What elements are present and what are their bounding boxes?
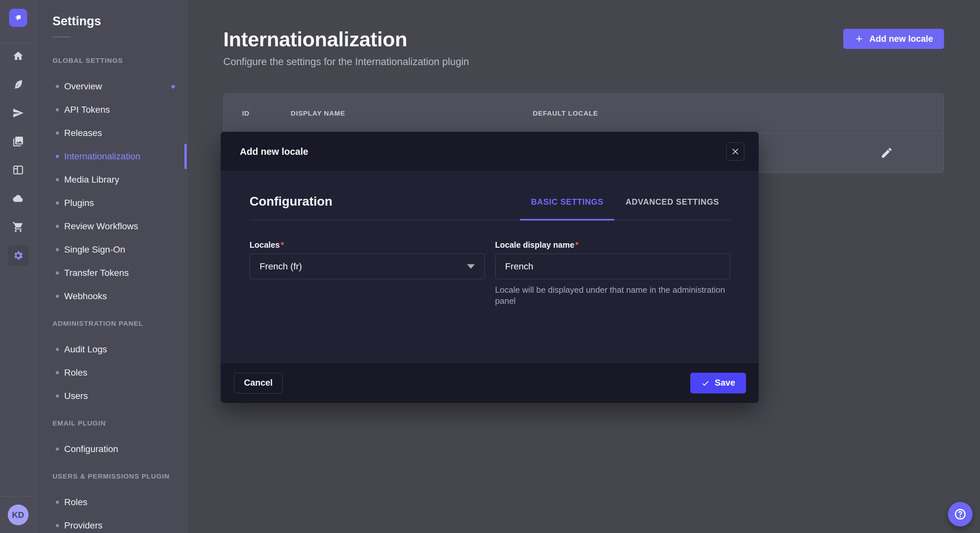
display-name-hint: Locale will be displayed under that name…	[495, 284, 725, 306]
display-name-field: Locale display name* Locale will be disp…	[495, 240, 730, 306]
section-global-settings: GLOBAL SETTINGS	[52, 57, 187, 65]
locales-label: Locales*	[250, 240, 284, 249]
bullet-icon	[56, 178, 59, 181]
bullet-icon	[56, 447, 59, 451]
close-modal-button[interactable]	[726, 143, 745, 160]
section-email-plugin: EMAIL PLUGIN	[52, 419, 187, 427]
cloud-icon[interactable]	[8, 188, 29, 209]
images-icon[interactable]	[8, 131, 29, 152]
chevron-down-icon	[467, 264, 475, 269]
avatar[interactable]: KD	[8, 504, 29, 525]
bullet-icon	[56, 524, 59, 527]
help-icon	[953, 507, 967, 521]
sidebar-item-admin-roles[interactable]: Roles	[36, 361, 187, 384]
close-icon	[731, 148, 740, 156]
locales-field: Locales* French (fr)	[250, 240, 485, 306]
display-name-input[interactable]	[495, 254, 730, 279]
page-title-block: Internationalization Configure the setti…	[223, 27, 469, 68]
section-administration-panel: ADMINISTRATION PANEL	[52, 320, 187, 327]
pencil-icon	[880, 146, 893, 159]
bullet-icon	[56, 371, 59, 374]
bullet-icon	[56, 271, 59, 274]
required-asterisk: *	[281, 240, 284, 249]
sidebar-item-up-roles[interactable]: Roles	[36, 490, 187, 514]
notification-dot-icon	[172, 85, 175, 89]
add-new-locale-modal: Add new locale Configuration BASIC SETTI…	[221, 132, 759, 403]
page-title: Internationalization	[223, 27, 469, 51]
settings-tabs: BASIC SETTINGS ADVANCED SETTINGS	[520, 197, 730, 219]
edit-locale-button[interactable]	[878, 144, 895, 161]
bullet-icon	[56, 394, 59, 398]
shopping-cart-icon[interactable]	[8, 217, 29, 237]
bullet-icon	[56, 155, 59, 158]
paper-plane-icon[interactable]	[8, 103, 29, 124]
check-icon	[701, 379, 710, 388]
sidebar-item-plugins[interactable]: Plugins	[36, 191, 187, 215]
help-button[interactable]	[948, 502, 972, 527]
required-asterisk: *	[575, 240, 579, 249]
sidebar-item-media-library[interactable]: Media Library	[36, 168, 187, 191]
sidebar-item-releases[interactable]: Releases	[36, 121, 187, 145]
sidebar-item-admin-users[interactable]: Users	[36, 384, 187, 408]
rail-nav	[0, 44, 36, 266]
sidebar-item-email-configuration[interactable]: Configuration	[36, 438, 187, 461]
cancel-button[interactable]: Cancel	[234, 373, 283, 393]
settings-sidebar: Settings GLOBAL SETTINGS Overview API To…	[36, 0, 187, 533]
bullet-icon	[56, 225, 59, 228]
section-administration-panel-list: Audit Logs Roles Users	[36, 338, 187, 408]
bullet-icon	[56, 348, 59, 351]
section-email-plugin-list: Configuration	[36, 438, 187, 461]
section-users-permissions-list: Roles Providers	[36, 490, 187, 533]
home-icon[interactable]	[8, 46, 29, 67]
title-divider	[52, 36, 71, 37]
rail-bottom: KD	[0, 497, 36, 533]
tab-basic-settings[interactable]: BASIC SETTINGS	[520, 197, 614, 219]
bullet-icon	[56, 248, 59, 251]
display-name-label: Locale display name*	[495, 240, 579, 249]
bullet-icon	[56, 201, 59, 205]
section-global-settings-list: Overview API Tokens Releases Internation…	[36, 75, 187, 308]
save-button[interactable]: Save	[690, 373, 746, 393]
page-subtitle: Configure the settings for the Internati…	[223, 56, 469, 68]
configuration-title: Configuration	[250, 194, 332, 209]
icon-rail: KD	[0, 0, 36, 533]
locales-select[interactable]: French (fr)	[250, 254, 485, 279]
sidebar-title: Settings	[36, 14, 187, 28]
column-header-display-name: DISPLAY NAME	[291, 109, 533, 117]
table-header-row: ID DISPLAY NAME DEFAULT LOCALE	[224, 94, 944, 133]
bullet-icon	[56, 132, 59, 135]
sidebar-item-review-workflows[interactable]: Review Workflows	[36, 215, 187, 238]
logo-block	[0, 0, 36, 44]
sidebar-item-overview[interactable]: Overview	[36, 75, 187, 98]
bullet-icon	[56, 501, 59, 504]
bullet-icon	[56, 85, 59, 88]
feather-icon[interactable]	[8, 74, 29, 95]
plus-icon	[854, 34, 864, 44]
modal-footer: Cancel Save	[221, 363, 759, 403]
layout-icon[interactable]	[8, 160, 29, 180]
sidebar-item-api-tokens[interactable]: API Tokens	[36, 98, 187, 121]
column-header-id: ID	[242, 109, 291, 117]
sidebar-item-webhooks[interactable]: Webhooks	[36, 285, 187, 308]
sidebar-item-transfer-tokens[interactable]: Transfer Tokens	[36, 261, 187, 285]
add-new-locale-button[interactable]: Add new locale	[843, 29, 944, 49]
modal-body: Configuration BASIC SETTINGS ADVANCED SE…	[221, 171, 759, 363]
locale-form-row: Locales* French (fr) Locale display name…	[250, 240, 730, 306]
sidebar-item-internationalization[interactable]: Internationalization	[36, 145, 187, 168]
sidebar-item-audit-logs[interactable]: Audit Logs	[36, 338, 187, 361]
modal-title: Add new locale	[240, 146, 308, 157]
strapi-logo[interactable]	[9, 9, 27, 27]
locales-select-value: French (fr)	[259, 261, 302, 272]
column-header-default-locale: DEFAULT LOCALE	[533, 109, 880, 117]
bullet-icon	[56, 295, 59, 298]
configuration-header: Configuration BASIC SETTINGS ADVANCED SE…	[250, 171, 730, 220]
bullet-icon	[56, 108, 59, 111]
section-users-permissions-plugin: USERS & PERMISSIONS PLUGIN	[52, 473, 187, 480]
modal-header: Add new locale	[221, 132, 759, 171]
sidebar-item-up-providers[interactable]: Providers	[36, 514, 187, 533]
sidebar-item-single-sign-on[interactable]: Single Sign-On	[36, 238, 187, 261]
settings-gear-icon[interactable]	[8, 245, 29, 266]
page-header: Internationalization Configure the setti…	[223, 27, 944, 68]
tab-advanced-settings[interactable]: ADVANCED SETTINGS	[614, 197, 730, 219]
